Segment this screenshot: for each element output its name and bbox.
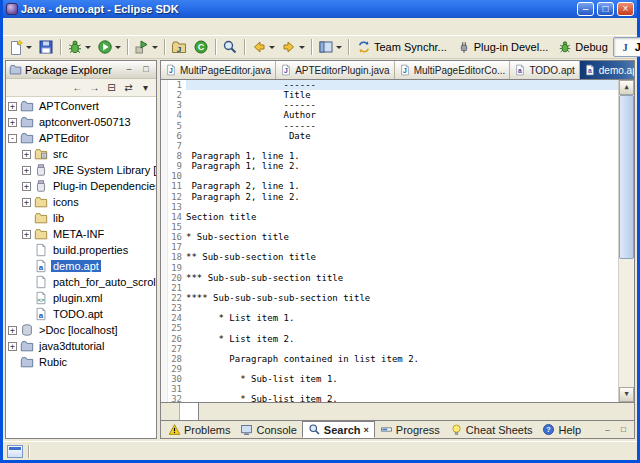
menu-item[interactable] xyxy=(65,26,77,28)
code-area[interactable]: 1 ------ 2 Title 3 ------ xyxy=(168,80,618,402)
maximize-bottom-view-icon[interactable]: □ xyxy=(617,424,630,436)
line-text[interactable]: Paragraph 1, line 2. xyxy=(186,161,618,171)
dropdown-arrow-icon[interactable] xyxy=(85,46,91,49)
package-explorer-header[interactable]: Package Explorer – □ xyxy=(6,61,156,79)
code-line[interactable]: 17 xyxy=(168,242,618,252)
code-line[interactable]: 13 xyxy=(168,202,618,212)
line-text[interactable]: **** Sub-sub-sub-sub-section title xyxy=(186,293,618,303)
line-text[interactable] xyxy=(186,202,618,212)
fast-view-icon[interactable] xyxy=(7,445,23,458)
line-text[interactable]: * Sub-list item 2. xyxy=(186,394,618,402)
code-line[interactable]: 11 Paragraph 2, line 1. xyxy=(168,181,618,191)
code-line[interactable]: 3 ------ xyxy=(168,100,618,110)
line-text[interactable] xyxy=(186,323,618,333)
code-line[interactable]: 10 xyxy=(168,171,618,181)
page-tab[interactable] xyxy=(180,403,199,420)
code-line[interactable]: 16 * Sub-section title xyxy=(168,232,618,242)
code-line[interactable]: 14 Section title xyxy=(168,212,618,222)
code-line[interactable]: 22 **** Sub-sub-sub-sub-section title xyxy=(168,293,618,303)
line-text[interactable] xyxy=(186,364,618,374)
tree-expander-icon[interactable] xyxy=(22,214,31,223)
annotation-ruler[interactable] xyxy=(161,80,168,402)
line-text[interactable]: ------ xyxy=(186,100,618,110)
line-text[interactable]: Title xyxy=(186,90,618,100)
scroll-down-icon[interactable]: ▼ xyxy=(619,387,634,402)
code-line[interactable]: 6 Date xyxy=(168,131,618,141)
menu-item[interactable] xyxy=(89,26,101,28)
back-icon[interactable]: ← xyxy=(70,81,85,95)
new-java-project-button[interactable] xyxy=(168,37,190,57)
java-search-button[interactable] xyxy=(219,37,241,57)
code-line[interactable]: 25 xyxy=(168,323,618,333)
line-text[interactable]: Paragraph 2, line 1. xyxy=(186,181,618,191)
tree-expander-icon[interactable] xyxy=(22,262,31,271)
line-text[interactable]: Paragraph contained in list item 2. xyxy=(186,354,618,364)
tree-item[interactable]: + src xyxy=(6,146,156,162)
menu-item[interactable] xyxy=(29,26,41,28)
code-line[interactable]: 20 *** Sub-sub-sub-section title xyxy=(168,273,618,283)
tree-expander-icon[interactable]: + xyxy=(8,326,17,335)
perspective-plugin-dev[interactable]: Plug-in Devel... xyxy=(452,37,554,57)
forward-icon[interactable]: → xyxy=(87,81,102,95)
tree-expander-icon[interactable] xyxy=(22,278,31,287)
line-text[interactable] xyxy=(186,384,618,394)
tree-item[interactable]: + META-INF xyxy=(6,226,156,242)
tree-item[interactable]: - APTEditor xyxy=(6,130,156,146)
code-line[interactable]: 19 xyxy=(168,263,618,273)
new-wizard-button[interactable] xyxy=(5,37,35,57)
tree-item[interactable]: + aptconvert-050713 xyxy=(6,114,156,130)
scroll-up-icon[interactable]: ▲ xyxy=(619,80,634,95)
forward-history-button[interactable] xyxy=(278,37,308,57)
line-text[interactable]: Paragraph 2, line 2. xyxy=(186,192,618,202)
maximize-view-icon[interactable]: □ xyxy=(139,63,153,76)
bottom-view-tab[interactable]: Progress × xyxy=(375,422,445,437)
minimize-view-icon[interactable]: – xyxy=(122,63,136,76)
line-text[interactable] xyxy=(186,283,618,293)
scrollbar-track[interactable] xyxy=(619,95,634,387)
tree-item[interactable]: Rubic xyxy=(6,354,156,370)
tree-expander-icon[interactable]: + xyxy=(22,182,31,191)
code-line[interactable]: 15 xyxy=(168,222,618,232)
dropdown-arrow-icon[interactable] xyxy=(299,46,305,49)
tree-item[interactable]: build.properties xyxy=(6,242,156,258)
maximize-button[interactable]: □ xyxy=(597,2,614,16)
run-button[interactable] xyxy=(94,37,124,57)
scrollbar-thumb[interactable] xyxy=(619,95,634,259)
tree-item[interactable]: patch_for_auto_scroll.txt xyxy=(6,274,156,290)
code-line[interactable]: 32 * Sub-list item 2. xyxy=(168,394,618,402)
title-bar[interactable]: Java - demo.apt - Eclipse SDK – □ × xyxy=(3,0,637,18)
line-text[interactable] xyxy=(186,303,618,313)
bottom-view-tab[interactable]: Search × xyxy=(302,421,375,438)
line-text[interactable]: ------ xyxy=(186,80,618,90)
tree-expander-icon[interactable]: + xyxy=(8,118,17,127)
line-text[interactable] xyxy=(186,171,618,181)
minimize-bottom-view-icon[interactable]: – xyxy=(601,424,614,436)
view-menu-icon[interactable]: ▾ xyxy=(138,81,153,95)
line-text[interactable] xyxy=(186,222,618,232)
line-text[interactable] xyxy=(186,344,618,354)
code-line[interactable]: 2 Title xyxy=(168,90,618,100)
tree-item[interactable]: + APTConvert xyxy=(6,98,156,114)
close-button[interactable]: × xyxy=(617,2,634,16)
menu-item[interactable] xyxy=(125,26,137,28)
bottom-view-tab[interactable]: Help × xyxy=(537,422,586,437)
code-line[interactable]: 12 Paragraph 2, line 2. xyxy=(168,192,618,202)
menu-item[interactable] xyxy=(113,26,125,28)
line-text[interactable]: ------ xyxy=(186,121,618,131)
code-line[interactable]: 29 xyxy=(168,364,618,374)
code-line[interactable]: 21 xyxy=(168,283,618,293)
line-text[interactable]: Author xyxy=(186,110,618,120)
line-text[interactable]: * Sub-section title xyxy=(186,232,618,242)
collapse-all-icon[interactable]: ⊟ xyxy=(104,81,119,95)
external-tools-button[interactable] xyxy=(131,37,161,57)
code-line[interactable]: 31 xyxy=(168,384,618,394)
code-line[interactable]: 26 * List item 2. xyxy=(168,334,618,344)
tree-item[interactable]: lib xyxy=(6,210,156,226)
editor-tab[interactable]: MultiPageEditorCo... × xyxy=(395,61,511,79)
save-button[interactable] xyxy=(35,37,57,57)
editor-tab[interactable]: TODO.apt × xyxy=(510,61,579,79)
tree-expander-icon[interactable]: + xyxy=(22,150,31,159)
code-line[interactable]: 9 Paragraph 1, line 2. xyxy=(168,161,618,171)
code-line[interactable]: 24 * List item 1. xyxy=(168,313,618,323)
code-line[interactable]: 7 xyxy=(168,141,618,151)
